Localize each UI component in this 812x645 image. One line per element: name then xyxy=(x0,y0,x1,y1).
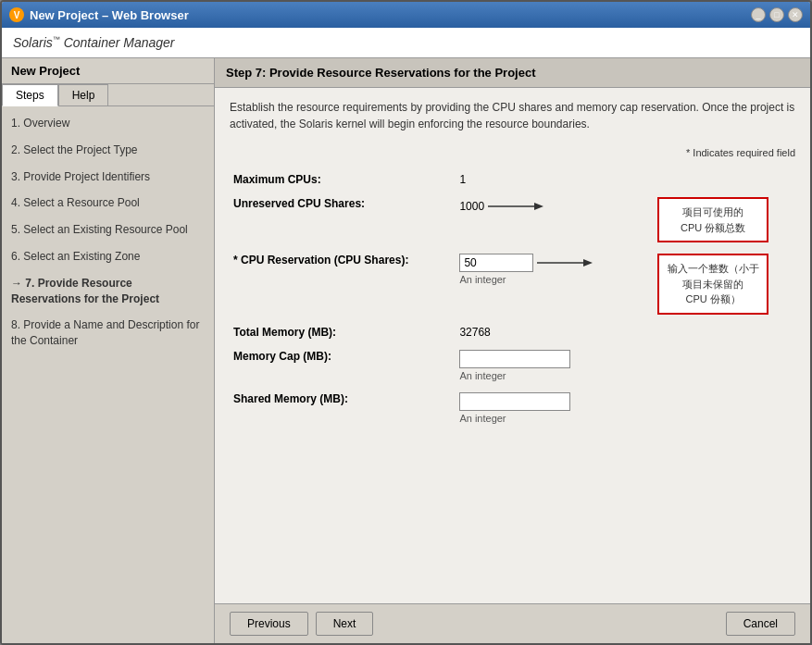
label-memory-cap: Memory Cap (MB): xyxy=(230,344,456,387)
maximize-button[interactable]: □ xyxy=(769,7,784,22)
value-total-memory: 32768 xyxy=(456,320,654,344)
input-cpu-reservation[interactable] xyxy=(459,254,533,272)
label-total-memory: Total Memory (MB): xyxy=(230,320,456,344)
next-button[interactable]: Next xyxy=(316,612,374,636)
step-7[interactable]: 7. Provide Resource Reservations for the… xyxy=(2,270,214,313)
title-bar: V New Project – Web Browser _ □ ✕ xyxy=(2,2,810,28)
value-memory-cap: An integer xyxy=(456,344,654,387)
svg-marker-3 xyxy=(583,259,593,267)
field-max-cpus: Maximum CPUs: 1 xyxy=(230,167,795,192)
label-shared-memory: Shared Memory (MB): xyxy=(230,387,456,429)
footer-bar: Previous Next Cancel xyxy=(215,603,810,643)
cancel-button[interactable]: Cancel xyxy=(726,612,795,636)
value-shared-memory: An integer xyxy=(456,387,654,429)
step-4[interactable]: 4. Select a Resource Pool xyxy=(2,190,214,217)
field-memory-cap: Memory Cap (MB): An integer xyxy=(230,344,795,387)
tabs-row: Steps Help xyxy=(2,84,214,106)
steps-list: 1. Overview 2. Select the Project Type 3… xyxy=(2,106,214,643)
input-shared-memory[interactable] xyxy=(459,392,570,411)
content-area: New Project Steps Help 1. Overview 2. Se… xyxy=(2,58,810,643)
step-header: Step 7: Provide Resource Reservations fo… xyxy=(215,58,810,88)
label-unreserved-cpu: Unreserved CPU Shares: xyxy=(230,192,456,248)
step-1[interactable]: 1. Overview xyxy=(2,110,214,137)
step-body: Establish the resource requirements by p… xyxy=(215,88,810,603)
step-2[interactable]: 2. Select the Project Type xyxy=(2,137,214,164)
sidebar: New Project Steps Help 1. Overview 2. Se… xyxy=(2,58,215,643)
field-total-memory: Total Memory (MB): 32768 xyxy=(230,320,795,344)
required-note: * Indicates required field xyxy=(230,147,795,158)
label-max-cpus: Maximum CPUs: xyxy=(230,167,456,192)
form-table: Maximum CPUs: 1 Unreserved CPU Shares: 1… xyxy=(230,167,795,429)
arrow-cpu-reservation xyxy=(537,254,593,272)
main-content: Step 7: Provide Resource Reservations fo… xyxy=(215,58,810,643)
step-6[interactable]: 6. Select an Existing Zone xyxy=(2,243,214,270)
sidebar-title: New Project xyxy=(2,58,214,84)
footer-nav: Previous Next xyxy=(230,612,373,636)
annotation-cpu-shares-total: 项目可使用的CPU 份额总数 xyxy=(657,197,768,242)
field-shared-memory: Shared Memory (MB): An integer xyxy=(230,387,795,429)
step-3[interactable]: 3. Provide Project Identifiers xyxy=(2,164,214,191)
value-cpu-reservation: An integer xyxy=(456,248,654,320)
app-icon: V xyxy=(9,7,24,22)
hint-cpu-reservation: An integer xyxy=(459,274,650,285)
minimize-button[interactable]: _ xyxy=(751,7,766,22)
step-8[interactable]: 8. Provide a Name and Description for th… xyxy=(2,312,214,354)
value-max-cpus: 1 xyxy=(456,167,654,192)
value-unreserved-cpu: 1000 xyxy=(456,192,654,248)
hint-memory-cap: An integer xyxy=(459,370,650,381)
step-5[interactable]: 5. Select an Existing Resource Pool xyxy=(2,217,214,243)
annotation-cpu-reservation-hint: 输入一个整数（小于项目未保留的CPU 份额） xyxy=(657,254,768,315)
field-cpu-reservation: * CPU Reservation (CPU Shares): xyxy=(230,248,795,320)
step-description: Establish the resource requirements by p… xyxy=(230,99,795,132)
app-header: Solaris™ Container Manager xyxy=(2,28,810,58)
arrow-unreserved xyxy=(488,197,543,216)
tab-steps[interactable]: Steps xyxy=(2,84,58,106)
hint-shared-memory: An integer xyxy=(459,413,650,424)
label-cpu-reservation: * CPU Reservation (CPU Shares): xyxy=(230,248,456,320)
previous-button[interactable]: Previous xyxy=(230,612,308,636)
app-title: Solaris™ Container Manager xyxy=(13,35,175,50)
window-title: New Project – Web Browser xyxy=(30,8,189,22)
main-window: V New Project – Web Browser _ □ ✕ Solari… xyxy=(0,0,812,645)
close-button[interactable]: ✕ xyxy=(788,7,803,22)
svg-marker-1 xyxy=(534,203,543,210)
field-unreserved-cpu: Unreserved CPU Shares: 1000 项 xyxy=(230,192,795,248)
tab-help[interactable]: Help xyxy=(58,84,109,105)
input-memory-cap[interactable] xyxy=(459,350,570,368)
